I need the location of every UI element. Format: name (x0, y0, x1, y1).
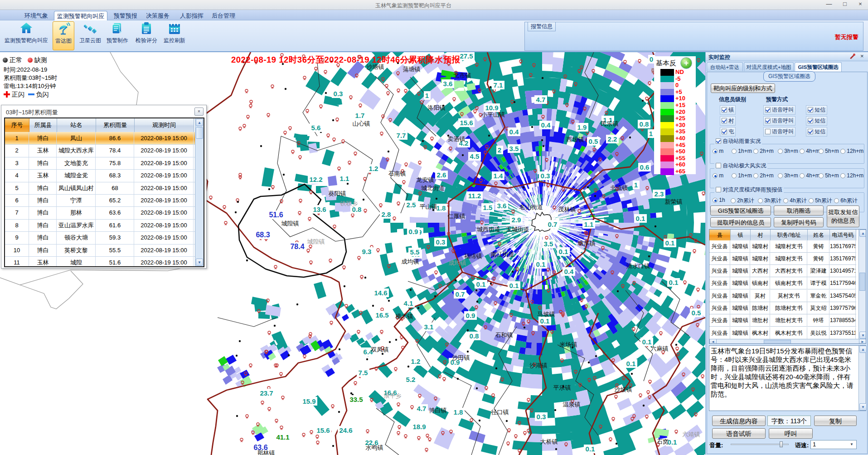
svg-text:0.5: 0.5 (589, 137, 598, 145)
svg-text:41.1: 41.1 (276, 433, 289, 441)
svg-text:大桥镇: 大桥镇 (540, 438, 558, 445)
svg-text:33.5: 33.5 (349, 396, 363, 403)
svg-text:名山街道: 名山街道 (519, 204, 543, 210)
svg-text:南江街道: 南江街道 (491, 251, 514, 258)
svg-text:4.7: 4.7 (417, 405, 427, 412)
svg-text:4.7: 4.7 (536, 96, 546, 103)
svg-text:15.9: 15.9 (302, 397, 315, 405)
svg-text:68.3: 68.3 (256, 231, 270, 239)
svg-text:1.4: 1.4 (494, 172, 504, 180)
svg-text:5.5: 5.5 (410, 248, 420, 256)
svg-text:0.7: 0.7 (456, 290, 465, 298)
svg-text:0.1: 0.1 (586, 445, 595, 453)
svg-text:民乐镇: 民乐镇 (601, 120, 619, 127)
svg-text:0.1: 0.1 (665, 239, 675, 247)
svg-text:3.1: 3.1 (424, 323, 434, 331)
svg-text:城西街道: 城西街道 (477, 226, 500, 233)
svg-text:1.1: 1.1 (340, 175, 349, 182)
svg-text:1.9: 1.9 (577, 123, 587, 131)
svg-text:六靖镇: 六靖镇 (683, 431, 700, 438)
svg-text:18.9: 18.9 (412, 423, 426, 431)
svg-text:5.6: 5.6 (311, 124, 321, 132)
svg-text:石南镇: 石南镇 (388, 170, 406, 177)
svg-text:0.4: 0.4 (564, 268, 574, 275)
svg-text:城北街道: 城北街道 (421, 185, 445, 191)
svg-text:1.7: 1.7 (355, 112, 365, 119)
svg-text:1: 1 (634, 181, 638, 189)
svg-text:11.2: 11.2 (468, 192, 481, 200)
svg-text:78.4: 78.4 (290, 243, 304, 250)
svg-text:新荣镇: 新荣镇 (665, 198, 683, 205)
svg-text:0.5: 0.5 (692, 309, 701, 317)
svg-text:1: 1 (425, 92, 429, 99)
svg-text:15.6: 15.6 (460, 119, 473, 127)
svg-text:16.5: 16.5 (375, 311, 388, 319)
svg-text:0.1: 0.1 (559, 248, 568, 255)
svg-text:0.8: 0.8 (470, 332, 479, 340)
svg-text:1.8: 1.8 (454, 408, 463, 416)
svg-text:成均镇: 成均镇 (402, 258, 419, 265)
svg-text:水鸣镇: 水鸣镇 (366, 444, 383, 451)
svg-text:2.5: 2.5 (407, 201, 416, 209)
svg-text:1.2: 1.2 (411, 357, 421, 365)
svg-text:沙田镇: 沙田镇 (452, 354, 470, 361)
svg-text:0: 0 (650, 55, 653, 63)
svg-text:1.5: 1.5 (483, 204, 493, 211)
svg-text:0.3: 0.3 (537, 413, 546, 421)
svg-text:仁厚镇: 仁厚镇 (447, 213, 466, 220)
svg-text:0.4: 0.4 (509, 128, 519, 136)
svg-text:沙湖镇: 沙湖镇 (530, 362, 548, 369)
svg-text:马坡镇: 马坡镇 (538, 311, 555, 318)
svg-text:卖酒镇: 卖酒镇 (448, 136, 466, 142)
svg-text:龙安镇: 龙安镇 (417, 176, 434, 183)
svg-text:2.2: 2.2 (608, 135, 617, 143)
svg-text:北流镇: 北流镇 (611, 185, 628, 191)
svg-text:3.5: 3.5 (509, 145, 519, 152)
svg-text:蒲塘镇: 蒲塘镇 (403, 66, 421, 73)
svg-text:0.9: 0.9 (466, 312, 475, 319)
svg-text:27.5: 27.5 (460, 52, 473, 60)
svg-text:西埌镇: 西埌镇 (567, 136, 584, 143)
svg-text:2.3: 2.3 (655, 190, 664, 198)
svg-text:15.6: 15.6 (316, 426, 330, 434)
svg-text:5.2: 5.2 (406, 376, 416, 383)
svg-text:24.6: 24.6 (339, 426, 352, 434)
svg-text:0.1: 0.1 (669, 279, 679, 286)
svg-text:9.3: 9.3 (362, 248, 372, 255)
svg-text:0.7: 0.7 (548, 220, 558, 228)
svg-text:2.8: 2.8 (382, 210, 391, 218)
svg-text:0.1: 0.1 (509, 282, 519, 289)
svg-text:0.1: 0.1 (536, 260, 546, 268)
svg-text:0.1: 0.1 (636, 215, 645, 222)
svg-text:博白镇: 博白镇 (429, 407, 447, 414)
svg-text:山心镇: 山心镇 (353, 120, 370, 127)
svg-text:0.4: 0.4 (541, 121, 551, 129)
svg-text:平乐镇: 平乐镇 (553, 384, 571, 391)
svg-text:那林镇: 那林镇 (257, 450, 275, 455)
svg-text:7.1: 7.1 (494, 81, 503, 89)
svg-text:3.6: 3.6 (443, 80, 453, 88)
svg-text:石和镇: 石和镇 (495, 332, 513, 338)
svg-text:洛阳镇: 洛阳镇 (428, 104, 446, 111)
svg-text:0.3: 0.3 (436, 238, 446, 246)
svg-text:4.5: 4.5 (470, 152, 480, 160)
svg-text:0.1: 0.1 (540, 317, 550, 325)
svg-text:1.8: 1.8 (436, 204, 446, 212)
svg-text:城隍镇: 城隍镇 (307, 238, 325, 245)
svg-text:0.6: 0.6 (640, 163, 650, 171)
svg-text:0.1: 0.1 (642, 338, 652, 346)
svg-text:0.9: 0.9 (409, 228, 418, 235)
svg-text:清水口镇: 清水口镇 (626, 263, 650, 269)
svg-text:小平山镇: 小平山镇 (481, 111, 505, 118)
svg-text:北市镇: 北市镇 (454, 72, 471, 79)
svg-text:2: 2 (498, 146, 501, 154)
svg-text:成均镇: 成均镇 (449, 259, 466, 266)
svg-text:0.8: 0.8 (640, 120, 649, 128)
svg-text:4.1: 4.1 (404, 299, 413, 307)
svg-text:0.1: 0.1 (626, 360, 636, 367)
svg-text:茂林镇: 茂林镇 (558, 206, 576, 213)
svg-text:0.3: 0.3 (541, 172, 550, 180)
svg-text:2.6: 2.6 (437, 171, 446, 179)
svg-text:米场镇: 米场镇 (560, 341, 577, 348)
svg-text:径口镇: 径口镇 (491, 409, 509, 416)
